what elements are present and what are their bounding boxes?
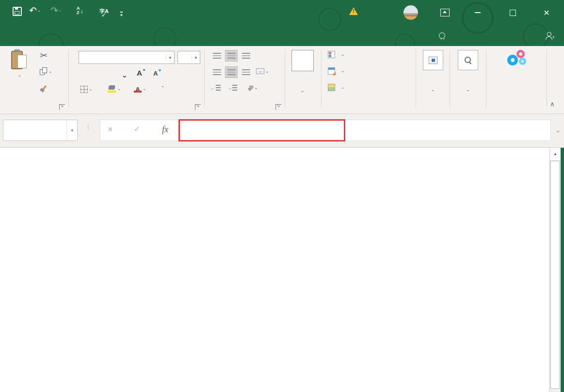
chevron-down-icon: ⌄ — [341, 85, 345, 90]
chevron-down-icon: ▾ — [66, 120, 77, 141]
chevron-down-icon: ⌄ — [89, 87, 93, 92]
align-middle-button[interactable] — [225, 50, 238, 62]
ribbon: ⌄ ✂ ⌄ ▾ ▾ ⌄ A▲ A▼ ⌄ ⌄ A⌄ ⌄ — [0, 46, 564, 114]
increase-font-icon: A▲ — [137, 69, 142, 77]
font-dialog-launcher[interactable] — [195, 104, 201, 110]
orientation-button[interactable]: ab⌄ — [247, 85, 258, 91]
align-bottom-button[interactable] — [240, 50, 252, 62]
percent-style-button[interactable] — [291, 50, 314, 71]
spell-check-button[interactable]: 字A✓ — [99, 9, 109, 14]
warning-icon — [349, 7, 358, 17]
decrease-font-button[interactable]: A▼ — [153, 70, 158, 77]
increase-indent-button[interactable]: → — [227, 85, 237, 91]
merge-center-button[interactable]: ↔⌄ — [256, 68, 269, 74]
text-orientation-icon: ab — [246, 83, 255, 92]
save-to-netdisk-button[interactable] — [500, 50, 533, 69]
clipboard-dialog-launcher[interactable] — [59, 104, 65, 110]
annotation-red-box — [178, 119, 345, 141]
ribbon-display-options-button[interactable] — [440, 9, 450, 18]
title-bar: ↶⌄ ↷⌄ AZ↓ 字A✓ ▾ × — [0, 0, 564, 25]
scissors-icon: ✂ — [40, 51, 48, 60]
ribbon-tabs — [0, 25, 3, 46]
align-left-button[interactable] — [210, 66, 223, 78]
group-separator — [204, 49, 205, 108]
tell-me[interactable] — [439, 25, 449, 46]
font-name-select[interactable]: ▾ — [79, 51, 175, 64]
conditional-formatting-icon — [328, 51, 335, 58]
confirm-entry-icon[interactable]: ✓ — [134, 125, 140, 133]
minimize-icon — [475, 12, 481, 13]
alignment-dialog-launcher[interactable] — [275, 104, 281, 110]
paste-icon — [11, 50, 28, 70]
group-separator — [486, 49, 486, 108]
sort-az-button[interactable]: AZ↓ — [77, 6, 83, 15]
editing-button[interactable] — [458, 50, 478, 70]
increase-font-button[interactable]: A▲ — [137, 69, 142, 77]
chevron-down-icon: ⌄ — [341, 69, 345, 73]
group-separator — [285, 49, 285, 108]
align-right-button[interactable] — [240, 66, 252, 78]
ribbon-display-options-icon — [440, 9, 450, 16]
formula-bar: ▾ ⋮ × ✓ fx ⌄ — [0, 114, 564, 148]
save-button[interactable] — [13, 7, 22, 18]
group-separator — [547, 49, 547, 108]
cells-button[interactable] — [423, 50, 443, 70]
vertical-scrollbar[interactable]: ▲ — [549, 148, 561, 392]
scroll-up-button[interactable]: ▲ — [550, 148, 561, 161]
close-button[interactable]: × — [535, 0, 558, 25]
scrollbar-thumb[interactable] — [550, 161, 560, 389]
chevron-down-icon: ⌄ — [254, 86, 258, 90]
baidu-netdisk-icon — [506, 50, 527, 66]
minimize-button[interactable] — [467, 0, 489, 25]
format-painter-button[interactable] — [40, 85, 48, 93]
collapse-ribbon-button[interactable]: ∧ — [550, 100, 555, 108]
conditional-formatting-button[interactable]: ⌄ — [328, 51, 345, 58]
phonetic-guide-button[interactable]: ⌄ — [160, 84, 165, 88]
paint-bucket-icon — [108, 85, 116, 93]
align-center-button[interactable] — [225, 66, 238, 78]
decrease-indent-icon: ← — [210, 85, 221, 91]
avatar[interactable] — [403, 5, 418, 20]
maximize-button[interactable] — [501, 0, 524, 25]
undo-button[interactable]: ↶⌄ — [29, 6, 41, 15]
fill-color-button[interactable]: ⌄ — [108, 85, 121, 93]
check-icon: ✓ — [101, 13, 106, 18]
align-middle-icon — [227, 53, 236, 59]
decrease-font-icon: A▼ — [153, 70, 158, 77]
align-top-button[interactable] — [210, 50, 223, 62]
copy-button[interactable]: ⌄ — [40, 67, 52, 76]
cell-size-icon — [429, 57, 437, 64]
cell-styles-button[interactable]: ⌄ — [328, 84, 345, 91]
chevron-down-icon: ⌄ — [59, 8, 62, 13]
name-box[interactable]: ▾ — [3, 120, 78, 141]
decrease-indent-button[interactable]: ← — [210, 85, 221, 91]
copy-icon — [40, 67, 48, 76]
font-size-select[interactable]: ▾ — [177, 51, 200, 64]
chevron-down-icon: ⌄ — [143, 87, 146, 91]
chevron-down-icon: ⌄ — [161, 84, 165, 88]
align-center-icon — [227, 69, 236, 76]
chevron-down-icon: ⌄ — [301, 89, 305, 93]
borders-button[interactable]: ⌄ — [81, 86, 93, 93]
window-edge — [561, 148, 564, 392]
chevron-down-icon: ⌄ — [341, 52, 345, 57]
formula-bar-grip[interactable]: ⋮ — [85, 125, 92, 129]
share-button[interactable]: + — [545, 25, 556, 46]
align-top-icon — [213, 53, 221, 59]
chevron-down-icon: ⌄ — [117, 87, 121, 91]
insert-function-icon[interactable]: fx — [162, 125, 168, 135]
font-color-button[interactable]: A⌄ — [134, 85, 146, 93]
font-color-icon: A — [134, 85, 142, 93]
cut-button[interactable]: ✂ — [40, 51, 48, 60]
group-separator — [450, 49, 450, 108]
cancel-entry-icon[interactable]: × — [108, 125, 113, 135]
customize-quick-access-button[interactable]: ▾ — [120, 10, 123, 18]
cell-styles-icon — [328, 84, 335, 91]
underline-dropdown[interactable]: ⌄ — [121, 73, 128, 77]
format-as-table-button[interactable]: ⌄ — [328, 67, 345, 75]
expand-formula-bar-icon[interactable]: ⌄ — [556, 127, 560, 134]
paste-button[interactable]: ⌄ — [5, 50, 34, 78]
redo-button[interactable]: ↷⌄ — [50, 6, 62, 15]
chevron-down-icon: ⌄ — [466, 88, 470, 92]
chevron-down-icon: ▾ — [192, 55, 197, 60]
